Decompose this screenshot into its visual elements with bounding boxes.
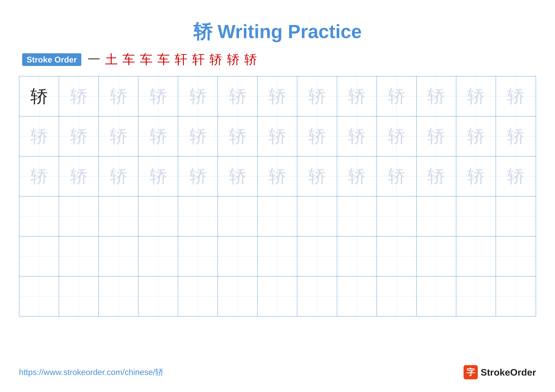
grid-cell-4-4[interactable] bbox=[139, 196, 178, 236]
grid-cell-3-6[interactable]: 轿 bbox=[218, 156, 258, 196]
grid-cell-2-12[interactable]: 轿 bbox=[456, 116, 496, 156]
grid-cell-4-6[interactable] bbox=[218, 196, 258, 236]
grid-cell-6-2[interactable] bbox=[59, 276, 99, 316]
grid-cell-1-1[interactable]: 轿 bbox=[19, 76, 59, 116]
grid-cell-4-7[interactable] bbox=[258, 196, 297, 236]
grid-cell-1-9[interactable]: 轿 bbox=[337, 76, 377, 116]
grid-cell-3-8[interactable]: 轿 bbox=[297, 156, 337, 196]
grid-row-3: 轿 轿 轿 轿 轿 轿 轿 轿 轿 轿 轿 轿 轿 bbox=[19, 156, 536, 196]
grid-cell-6-12[interactable] bbox=[456, 276, 496, 316]
grid-cell-3-7[interactable]: 轿 bbox=[258, 156, 297, 196]
grid-cell-2-7[interactable]: 轿 bbox=[258, 116, 297, 156]
grid-cell-6-13[interactable] bbox=[496, 276, 536, 316]
grid-cell-5-10[interactable] bbox=[377, 236, 416, 276]
grid-cell-4-1[interactable] bbox=[19, 196, 59, 236]
grid-cell-2-4[interactable]: 轿 bbox=[139, 116, 178, 156]
grid-cell-2-2[interactable]: 轿 bbox=[59, 116, 99, 156]
stroke-5: 车 bbox=[157, 51, 170, 68]
grid-cell-2-1[interactable]: 轿 bbox=[19, 116, 59, 156]
grid-cell-3-5[interactable]: 轿 bbox=[178, 156, 218, 196]
grid-cell-3-4[interactable]: 轿 bbox=[139, 156, 178, 196]
grid-cell-4-12[interactable] bbox=[456, 196, 496, 236]
grid-row-1: 轿 轿 轿 轿 轿 轿 轿 轿 轿 轿 轿 轿 轿 bbox=[19, 76, 536, 116]
stroke-order-badge: Stroke Order bbox=[22, 53, 81, 66]
grid-cell-2-3[interactable]: 轿 bbox=[99, 116, 139, 156]
grid-cell-2-9[interactable]: 轿 bbox=[337, 116, 377, 156]
practice-grid[interactable]: 轿 轿 轿 轿 轿 轿 轿 轿 轿 轿 轿 轿 轿 轿 轿 轿 轿 轿 轿 轿 … bbox=[19, 76, 536, 316]
grid-cell-1-12[interactable]: 轿 bbox=[456, 76, 496, 116]
grid-cell-2-5[interactable]: 轿 bbox=[178, 116, 218, 156]
stroke-sequence: 一 土 车 车 车 轩 轩 轿 轿 轿 bbox=[88, 51, 257, 68]
grid-cell-4-10[interactable] bbox=[377, 196, 416, 236]
grid-cell-6-3[interactable] bbox=[99, 276, 139, 316]
grid-cell-6-5[interactable] bbox=[178, 276, 218, 316]
grid-cell-5-13[interactable] bbox=[496, 236, 536, 276]
grid-cell-1-2[interactable]: 轿 bbox=[59, 76, 99, 116]
grid-cell-1-11[interactable]: 轿 bbox=[416, 76, 456, 116]
grid-cell-2-10[interactable]: 轿 bbox=[377, 116, 416, 156]
grid-cell-1-4[interactable]: 轿 bbox=[139, 76, 178, 116]
grid-cell-3-2[interactable]: 轿 bbox=[59, 156, 99, 196]
grid-cell-5-12[interactable] bbox=[456, 236, 496, 276]
grid-cell-1-8[interactable]: 轿 bbox=[297, 76, 337, 116]
grid-cell-4-9[interactable] bbox=[337, 196, 377, 236]
grid-cell-6-11[interactable] bbox=[416, 276, 456, 316]
stroke-6: 轩 bbox=[175, 51, 187, 68]
grid-cell-6-10[interactable] bbox=[377, 276, 416, 316]
grid-cell-1-6[interactable]: 轿 bbox=[218, 76, 258, 116]
grid-cell-4-3[interactable] bbox=[99, 196, 139, 236]
grid-cell-3-10[interactable]: 轿 bbox=[377, 156, 416, 196]
grid-cell-6-4[interactable] bbox=[139, 276, 178, 316]
grid-cell-6-9[interactable] bbox=[337, 276, 377, 316]
char-solid: 轿 bbox=[30, 88, 48, 105]
grid-cell-1-10[interactable]: 轿 bbox=[377, 76, 416, 116]
stroke-8: 轿 bbox=[210, 51, 222, 68]
grid-cell-2-11[interactable]: 轿 bbox=[416, 116, 456, 156]
grid-cell-5-1[interactable] bbox=[19, 236, 59, 276]
grid-cell-3-9[interactable]: 轿 bbox=[337, 156, 377, 196]
grid-row-2: 轿 轿 轿 轿 轿 轿 轿 轿 轿 轿 轿 轿 轿 bbox=[19, 116, 536, 156]
grid-cell-2-6[interactable]: 轿 bbox=[218, 116, 258, 156]
grid-cell-6-7[interactable] bbox=[258, 276, 297, 316]
grid-cell-1-13[interactable]: 轿 bbox=[496, 76, 536, 116]
grid-cell-4-13[interactable] bbox=[496, 196, 536, 236]
footer: https://www.strokeorder.com/chinese/轿 字 … bbox=[19, 365, 536, 379]
stroke-2: 土 bbox=[105, 51, 118, 68]
footer-url[interactable]: https://www.strokeorder.com/chinese/轿 bbox=[19, 367, 163, 378]
grid-cell-5-7[interactable] bbox=[258, 236, 297, 276]
grid-cell-2-8[interactable]: 轿 bbox=[297, 116, 337, 156]
grid-cell-3-13[interactable]: 轿 bbox=[496, 156, 536, 196]
grid-cell-1-7[interactable]: 轿 bbox=[258, 76, 297, 116]
grid-cell-3-12[interactable]: 轿 bbox=[456, 156, 496, 196]
grid-cell-3-3[interactable]: 轿 bbox=[99, 156, 139, 196]
grid-cell-4-5[interactable] bbox=[178, 196, 218, 236]
stroke-4: 车 bbox=[140, 51, 153, 68]
grid-cell-3-11[interactable]: 轿 bbox=[416, 156, 456, 196]
title-char: 轿 bbox=[193, 21, 212, 42]
grid-cell-2-13[interactable]: 轿 bbox=[496, 116, 536, 156]
page-title: 轿 Writing Practice bbox=[19, 13, 536, 45]
grid-cell-5-3[interactable] bbox=[99, 236, 139, 276]
page: 轿 Writing Practice Stroke Order 一 土 车 车 … bbox=[0, 0, 555, 392]
grid-cell-3-1[interactable]: 轿 bbox=[19, 156, 59, 196]
grid-cell-6-6[interactable] bbox=[218, 276, 258, 316]
grid-cell-6-8[interactable] bbox=[297, 276, 337, 316]
grid-cell-1-5[interactable]: 轿 bbox=[178, 76, 218, 116]
stroke-1: 一 bbox=[88, 51, 100, 68]
grid-cell-4-8[interactable] bbox=[297, 196, 337, 236]
grid-cell-5-6[interactable] bbox=[218, 236, 258, 276]
logo-text: StrokeOrder bbox=[481, 367, 536, 378]
grid-cell-5-2[interactable] bbox=[59, 236, 99, 276]
grid-cell-4-2[interactable] bbox=[59, 196, 99, 236]
grid-cell-5-11[interactable] bbox=[416, 236, 456, 276]
grid-cell-5-5[interactable] bbox=[178, 236, 218, 276]
grid-cell-5-4[interactable] bbox=[139, 236, 178, 276]
stroke-order-row: Stroke Order 一 土 车 车 车 轩 轩 轿 轿 轿 bbox=[19, 51, 536, 68]
grid-cell-1-3[interactable]: 轿 bbox=[99, 76, 139, 116]
grid-cell-6-1[interactable] bbox=[19, 276, 59, 316]
grid-cell-5-9[interactable] bbox=[337, 236, 377, 276]
grid-row-4 bbox=[19, 196, 536, 236]
grid-cell-4-11[interactable] bbox=[416, 196, 456, 236]
title-suffix: Writing Practice bbox=[212, 21, 362, 42]
grid-cell-5-8[interactable] bbox=[297, 236, 337, 276]
